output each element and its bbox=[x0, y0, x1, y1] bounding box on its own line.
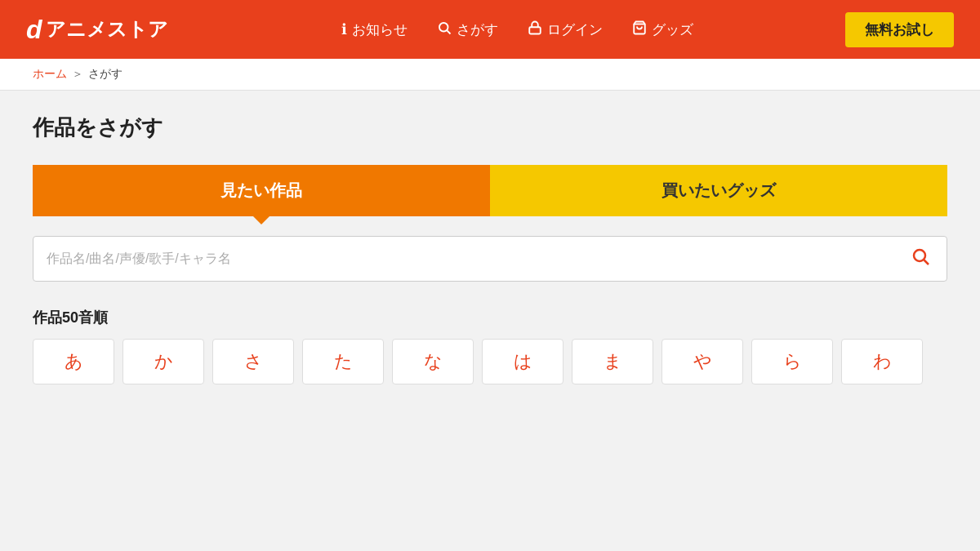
bag-icon bbox=[632, 20, 647, 39]
breadcrumb: ホーム ＞ さがす bbox=[0, 59, 980, 91]
nav-search-label: さがす bbox=[457, 20, 498, 39]
search-area bbox=[33, 236, 947, 282]
hiragana-btn-7[interactable]: や bbox=[662, 339, 743, 384]
svg-point-4 bbox=[914, 250, 925, 261]
nav-login-label: ログイン bbox=[547, 20, 603, 39]
hiragana-btn-2[interactable]: さ bbox=[212, 339, 294, 384]
search-nav-icon bbox=[437, 20, 452, 39]
logo[interactable]: d アニメストア bbox=[26, 15, 189, 45]
logo-text: アニメストア bbox=[46, 16, 168, 42]
search-button[interactable] bbox=[907, 243, 933, 274]
main-nav: ℹ お知らせ さがす ログイン bbox=[189, 20, 845, 39]
search-icon bbox=[911, 247, 930, 266]
nav-news[interactable]: ℹ お知らせ bbox=[341, 20, 408, 39]
hiragana-btn-1[interactable]: か bbox=[122, 339, 204, 384]
hiragana-title: 作品50音順 bbox=[33, 308, 947, 327]
tab-area: 見たい作品 買いたいグッズ bbox=[33, 165, 947, 216]
tab-goods[interactable]: 買いたいグッズ bbox=[490, 165, 947, 216]
nav-news-label: お知らせ bbox=[352, 20, 408, 39]
nav-goods-label: グッズ bbox=[652, 20, 693, 39]
hiragana-grid: あかさたなはまやらわ bbox=[33, 339, 947, 384]
breadcrumb-separator: ＞ bbox=[72, 67, 83, 82]
hiragana-btn-3[interactable]: た bbox=[302, 339, 384, 384]
hiragana-btn-0[interactable]: あ bbox=[33, 339, 114, 384]
lock-icon bbox=[528, 20, 542, 39]
breadcrumb-home[interactable]: ホーム bbox=[33, 67, 67, 82]
search-input[interactable] bbox=[47, 251, 907, 266]
logo-d: d bbox=[26, 15, 42, 45]
svg-line-5 bbox=[924, 260, 929, 265]
free-trial-button[interactable]: 無料お試し bbox=[845, 12, 954, 47]
breadcrumb-current: さがす bbox=[88, 67, 122, 82]
info-icon: ℹ bbox=[341, 20, 347, 38]
nav-goods[interactable]: グッズ bbox=[632, 20, 693, 39]
hiragana-btn-5[interactable]: は bbox=[482, 339, 564, 384]
hiragana-btn-6[interactable]: ま bbox=[572, 339, 653, 384]
hiragana-section: 作品50音順 あかさたなはまやらわ bbox=[33, 308, 947, 384]
page-title: 作品をさがす bbox=[33, 113, 947, 142]
svg-line-1 bbox=[447, 30, 450, 33]
svg-point-0 bbox=[439, 23, 448, 32]
hiragana-btn-4[interactable]: な bbox=[392, 339, 474, 384]
hiragana-btn-9[interactable]: わ bbox=[841, 339, 923, 384]
main-content: 作品をさがす 見たい作品 買いたいグッズ 作品50音順 あかさたなはまやらわ bbox=[0, 91, 980, 417]
header: d アニメストア ℹ お知らせ さがす ログイン bbox=[0, 0, 980, 59]
nav-login[interactable]: ログイン bbox=[528, 20, 603, 39]
tab-watch[interactable]: 見たい作品 bbox=[33, 165, 490, 216]
hiragana-btn-8[interactable]: ら bbox=[751, 339, 833, 384]
nav-search[interactable]: さがす bbox=[437, 20, 498, 39]
svg-rect-2 bbox=[529, 27, 541, 33]
